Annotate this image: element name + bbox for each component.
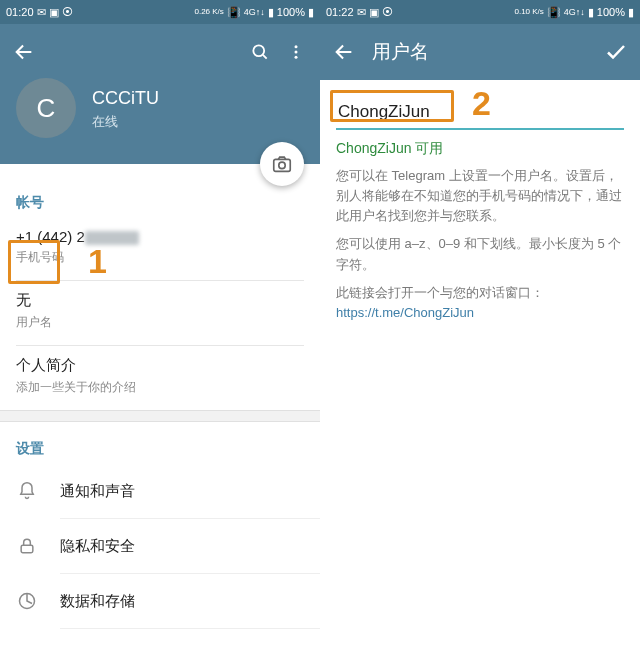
- description-1: 您可以在 Telegram 上设置一个用户名。设置后，别人将能够在不知道您的手机…: [336, 166, 624, 226]
- lock-icon: [16, 535, 38, 557]
- status-4g-icon: 4G↑↓: [564, 7, 585, 17]
- svg-point-5: [279, 162, 285, 168]
- svg-rect-6: [21, 545, 33, 553]
- svg-point-3: [295, 56, 298, 59]
- more-button[interactable]: [280, 36, 312, 68]
- avatar[interactable]: C: [16, 78, 76, 138]
- back-button[interactable]: [328, 36, 360, 68]
- phone-value-obscured: [85, 231, 139, 245]
- battery-icon: ▮: [628, 6, 634, 19]
- menu-privacy[interactable]: 隐私和安全: [0, 519, 320, 573]
- status-time: 01:20: [6, 6, 34, 18]
- bio-value: 个人简介: [16, 356, 304, 375]
- status-msg-icon: ✉: [357, 6, 366, 19]
- bio-row[interactable]: 个人简介 添加一些关于你的介绍: [0, 346, 320, 410]
- username-input[interactable]: ChongZiJun: [336, 96, 624, 130]
- profile-status: 在线: [92, 113, 159, 131]
- username-link[interactable]: https://t.me/ChongZiJun: [336, 305, 474, 320]
- section-settings: 设置: [0, 422, 320, 464]
- username-value: 无: [16, 291, 304, 310]
- description-2: 您可以使用 a–z、0–9 和下划线。最小长度为 5 个字符。: [336, 234, 624, 274]
- bell-icon: [16, 480, 38, 502]
- confirm-button[interactable]: [600, 36, 632, 68]
- menu-notifications[interactable]: 通知和声音: [0, 464, 320, 518]
- status-signal-icon: ▮: [588, 6, 594, 19]
- phone-left: 01:20 ✉ ▣ ⦿ 0.26 K/s 📳 4G↑↓ ▮ 100% ▮: [0, 0, 320, 646]
- status-battery: 100%: [597, 6, 625, 18]
- data-icon: [16, 590, 38, 612]
- page-title: 用户名: [372, 39, 600, 65]
- status-bar: 01:22 ✉ ▣ ⦿ 0.10 K/s 📳 4G↑↓ ▮ 100% ▮: [320, 0, 640, 24]
- availability-text: ChongZiJun 可用: [336, 140, 624, 158]
- menu-chat[interactable]: 聊天设置: [0, 629, 320, 646]
- svg-point-0: [253, 45, 264, 56]
- svg-point-2: [295, 51, 298, 54]
- content: 帐号 +1 (442) 2 手机号码 无 用户名 个人简介 添加一些关于你的介绍…: [0, 164, 320, 646]
- back-button[interactable]: [8, 36, 40, 68]
- status-signal-icon: ▮: [268, 6, 274, 19]
- status-battery: 100%: [277, 6, 305, 18]
- status-vibrate-icon: 📳: [547, 6, 561, 19]
- status-loc-icon: ⦿: [382, 6, 393, 18]
- battery-icon: ▮: [308, 6, 314, 19]
- bio-label: 添加一些关于你的介绍: [16, 379, 304, 396]
- phone-label: 手机号码: [16, 249, 304, 266]
- profile-name: CCCiTU: [92, 88, 159, 109]
- appbar: 用户名: [320, 24, 640, 80]
- status-4g-icon: 4G↑↓: [244, 7, 265, 17]
- description-3: 此链接会打开一个与您的对话窗口： https://t.me/ChongZiJun: [336, 283, 624, 323]
- phone-row[interactable]: +1 (442) 2 手机号码: [0, 218, 320, 280]
- status-img-icon: ▣: [49, 6, 59, 19]
- status-loc-icon: ⦿: [62, 6, 73, 18]
- status-bar: 01:20 ✉ ▣ ⦿ 0.26 K/s 📳 4G↑↓ ▮ 100% ▮: [0, 0, 320, 24]
- svg-rect-4: [274, 159, 291, 171]
- menu-data[interactable]: 数据和存储: [0, 574, 320, 628]
- status-img-icon: ▣: [369, 6, 379, 19]
- search-button[interactable]: [244, 36, 276, 68]
- phone-right: 01:22 ✉ ▣ ⦿ 0.10 K/s 📳 4G↑↓ ▮ 100% ▮ 用户名: [320, 0, 640, 646]
- status-msg-icon: ✉: [37, 6, 46, 19]
- phone-value: +1 (442) 2: [16, 228, 85, 245]
- camera-button[interactable]: [260, 142, 304, 186]
- status-net: 0.26 K/s: [194, 8, 223, 16]
- username-row[interactable]: 无 用户名: [0, 281, 320, 345]
- profile-header: C CCCiTU 在线: [0, 24, 320, 164]
- username-label: 用户名: [16, 314, 304, 331]
- content: ChongZiJun ChongZiJun 可用 您可以在 Telegram 上…: [320, 80, 640, 646]
- status-vibrate-icon: 📳: [227, 6, 241, 19]
- status-net: 0.10 K/s: [514, 8, 543, 16]
- svg-point-1: [295, 45, 298, 48]
- status-time: 01:22: [326, 6, 354, 18]
